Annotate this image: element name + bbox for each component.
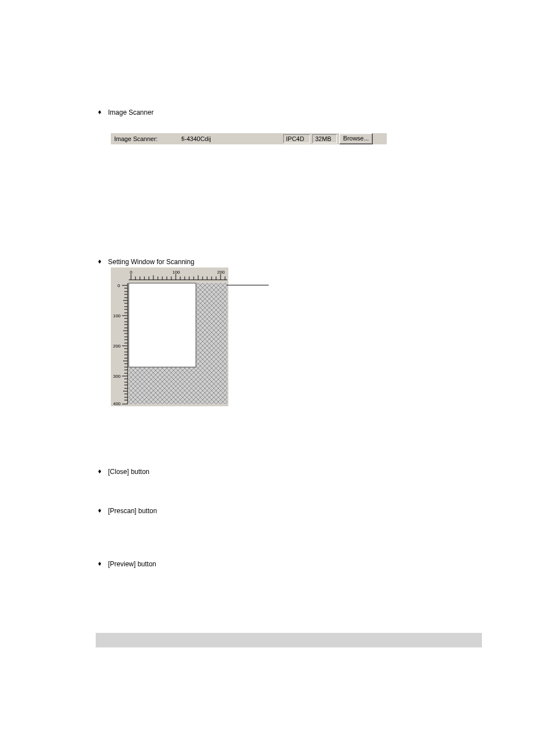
heading-image-scanner: Image Scanner — [108, 108, 479, 117]
bullet-icon: ♦ — [98, 257, 108, 265]
bullet-icon: ♦ — [98, 506, 108, 514]
heading-setting-window: Setting Window for Scanning — [108, 257, 479, 266]
callout-arrow — [227, 285, 269, 285]
mem-box: 32MB — [312, 134, 337, 143]
scanner-label: Image Scanner: — [111, 135, 181, 142]
gray-highlight-bar — [96, 633, 482, 647]
ruler-h0: 0 — [130, 270, 133, 275]
ruler-v0: 0 — [118, 283, 120, 288]
bullet-icon: ♦ — [98, 560, 108, 567]
bullet-icon: ♦ — [98, 108, 108, 116]
ruler-v200: 200 — [113, 344, 121, 349]
scanning-preview: 0 100 200 0 100 200 300 400 — [111, 267, 228, 406]
browse-button[interactable]: Browse... — [339, 133, 373, 144]
scanner-value: fi-4340Cdij — [181, 135, 283, 142]
heading-preview-button: [Preview] button — [108, 560, 479, 569]
ruler-h100: 100 — [172, 270, 180, 275]
ruler-v400: 400 — [113, 401, 121, 406]
heading-prescan-button: [Prescan] button — [108, 506, 479, 515]
ipc-box: IPC4D — [283, 134, 310, 143]
ruler-v300: 300 — [113, 374, 121, 379]
heading-close-button: [Close] button — [108, 467, 479, 476]
ruler-h200: 200 — [217, 270, 225, 275]
svg-rect-67 — [129, 283, 196, 367]
image-scanner-bar: Image Scanner: fi-4340Cdij IPC4D 32MB Br… — [111, 133, 387, 144]
ruler-v100: 100 — [113, 313, 121, 318]
bullet-icon: ♦ — [98, 467, 108, 475]
